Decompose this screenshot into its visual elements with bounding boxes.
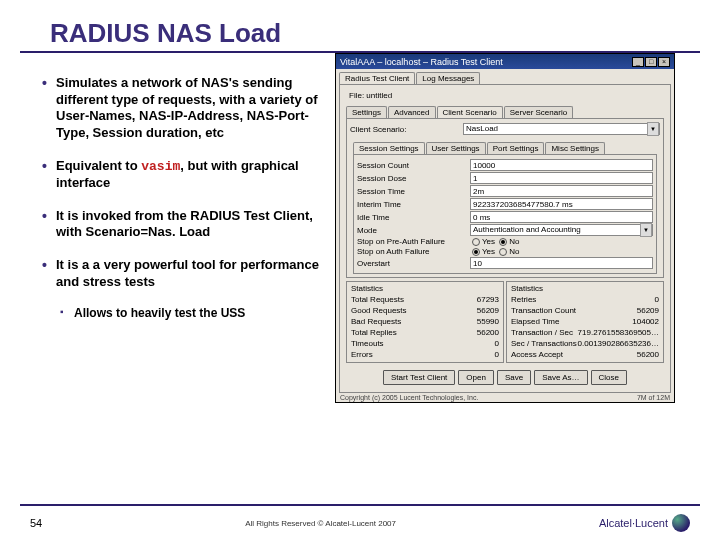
tab-log-messages[interactable]: Log Messages [416, 72, 480, 84]
close-button[interactable]: Close [591, 370, 627, 385]
session-dose-input[interactable]: 1 [470, 172, 653, 184]
tab-misc-settings[interactable]: Misc Settings [545, 142, 605, 154]
saveas-button[interactable]: Save As… [534, 370, 587, 385]
mode-select[interactable]: Authentication and Accounting [470, 224, 653, 236]
session-settings-panel: Session Count10000 Session Dose1 Session… [353, 154, 657, 274]
brand-logo: Alcatel·Lucent [599, 514, 690, 532]
scenario-label: Client Scenario: [350, 125, 460, 134]
session-count-input[interactable]: 10000 [470, 159, 653, 171]
tab-radius-client[interactable]: Radius Test Client [339, 72, 415, 84]
mem-label: 7M of 12M [637, 394, 670, 401]
scenario-select[interactable]: NasLoad [463, 123, 660, 135]
slide-footer: 54 All Rights Reserved © Alcatel-Lucent … [20, 504, 700, 540]
bullet-3: It is invoked from the RADIUS Test Clien… [42, 208, 327, 241]
page-title: RADIUS NAS Load [20, 0, 700, 53]
save-button[interactable]: Save [497, 370, 531, 385]
tab-client-scenario[interactable]: Client Scenario [437, 106, 503, 118]
settings-tabs: Session Settings User Settings Port Sett… [350, 139, 660, 154]
auth-yes-radio[interactable] [472, 248, 480, 256]
start-button[interactable]: Start Test Client [383, 370, 455, 385]
titlebar: VitalAAA – localhost – Radius Test Clien… [336, 54, 674, 69]
idle-time-input[interactable]: 0 ms [470, 211, 653, 223]
bullet-list: Simulates a network of NAS's sending dif… [0, 53, 335, 540]
open-button[interactable]: Open [458, 370, 494, 385]
preauth-no-radio[interactable] [499, 238, 507, 246]
code-vasim: vasim [141, 159, 180, 174]
button-row: Start Test Client Open Save Save As… Clo… [343, 366, 667, 389]
interim-time-input[interactable]: 922337203685477580.7 ms [470, 198, 653, 210]
file-label: File: untitled [343, 88, 667, 103]
overstart-input[interactable]: 10 [470, 257, 653, 269]
stats-left: Statistics Total Requests67293 Good Requ… [346, 281, 504, 363]
tab-server-scenario[interactable]: Server Scenario [504, 106, 573, 118]
bullet-4-sub: Allows to heavily test the USS [60, 306, 327, 321]
app-window: VitalAAA – localhost – Radius Test Clien… [335, 53, 675, 403]
window-controls[interactable]: _□× [631, 56, 670, 67]
stats-right: Statistics Retries0 Transaction Count562… [506, 281, 664, 363]
main-tabs: Radius Test Client Log Messages [336, 69, 674, 84]
window-title: VitalAAA – localhost – Radius Test Clien… [340, 57, 503, 67]
auth-no-radio[interactable] [499, 248, 507, 256]
tab-port-settings[interactable]: Port Settings [487, 142, 545, 154]
bullet-1: Simulates a network of NAS's sending dif… [42, 75, 327, 142]
bullet-2: Equivalent to vasim, but with graphical … [42, 158, 327, 192]
tab-settings[interactable]: Settings [346, 106, 387, 118]
preauth-yes-radio[interactable] [472, 238, 480, 246]
footer-copyright: All Rights Reserved © Alcatel-Lucent 200… [245, 519, 396, 528]
session-time-input[interactable]: 2m [470, 185, 653, 197]
maximize-icon[interactable]: □ [645, 57, 657, 67]
minimize-icon[interactable]: _ [632, 57, 644, 67]
tab-user-settings[interactable]: User Settings [426, 142, 486, 154]
app-copyright: Copyright (c) 2005 Lucent Technologies, … [340, 394, 478, 401]
screenshot-panel: VitalAAA – localhost – Radius Test Clien… [335, 53, 720, 540]
tab-session-settings[interactable]: Session Settings [353, 142, 425, 154]
logo-icon [672, 514, 690, 532]
tab-advanced[interactable]: Advanced [388, 106, 436, 118]
close-icon[interactable]: × [658, 57, 670, 67]
page-number: 54 [30, 517, 42, 529]
scenario-tabs: Settings Advanced Client Scenario Server… [343, 103, 667, 118]
bullet-4: It is a a very powerful tool for perform… [42, 257, 327, 290]
